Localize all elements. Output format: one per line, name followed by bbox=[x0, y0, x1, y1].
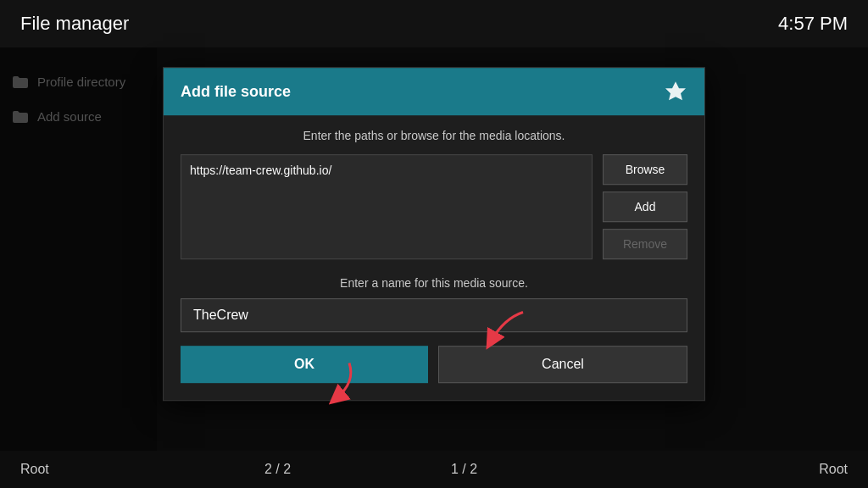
bottom-left-label: Root bbox=[20, 462, 49, 477]
paths-instruction: Enter the paths or browse for the media … bbox=[181, 129, 687, 142]
top-bar: File manager 4:57 PM bbox=[0, 0, 868, 47]
dialog-footer: OK Cancel bbox=[181, 346, 687, 386]
clock: 4:57 PM bbox=[778, 13, 848, 35]
dialog-header: Add file source bbox=[164, 68, 704, 115]
media-source-name-input[interactable] bbox=[181, 298, 687, 332]
ok-button[interactable]: OK bbox=[181, 346, 428, 383]
browse-button[interactable]: Browse bbox=[603, 154, 687, 185]
source-url: https://team-crew.github.io/ bbox=[190, 164, 331, 177]
source-buttons: Browse Add Remove bbox=[603, 154, 687, 259]
bottom-center-left-label: 2 / 2 bbox=[264, 462, 291, 477]
source-area: https://team-crew.github.io/ Browse Add … bbox=[181, 154, 687, 259]
source-list-box[interactable]: https://team-crew.github.io/ bbox=[181, 154, 593, 259]
add-button[interactable]: Add bbox=[603, 191, 687, 222]
name-instruction: Enter a name for this media source. bbox=[181, 276, 687, 290]
cancel-button[interactable]: Cancel bbox=[438, 346, 687, 383]
kodi-logo-icon bbox=[664, 80, 687, 103]
remove-button[interactable]: Remove bbox=[603, 229, 687, 259]
svg-marker-0 bbox=[665, 81, 686, 100]
add-file-source-dialog: Add file source Enter the paths or brows… bbox=[163, 67, 705, 401]
app-title: File manager bbox=[20, 13, 129, 35]
bottom-center-right-label: 1 / 2 bbox=[451, 462, 477, 477]
bottom-bar: Root 2 / 2 1 / 2 Root bbox=[0, 451, 868, 488]
bottom-right-label: Root bbox=[819, 462, 848, 477]
dialog-body: Enter the paths or browse for the media … bbox=[164, 115, 704, 400]
dialog-title: Add file source bbox=[181, 83, 291, 101]
